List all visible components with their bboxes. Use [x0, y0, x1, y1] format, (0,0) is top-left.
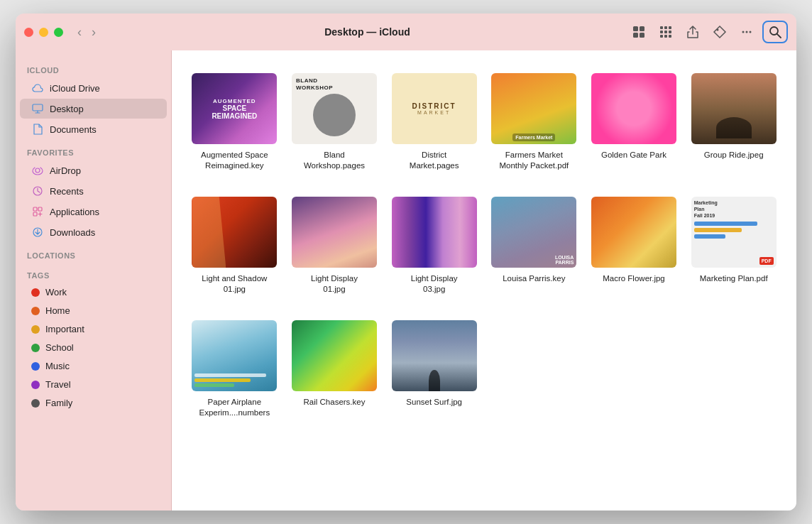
search-button[interactable]	[762, 21, 788, 43]
airdrop-label: AirDrop	[50, 165, 81, 176]
tag-icon	[713, 25, 727, 39]
file-item[interactable]: AUGMENTEDSPACEREIMAGINEDAugmented SpaceR…	[189, 67, 280, 177]
view-toggle-button[interactable]	[627, 22, 650, 42]
file-item[interactable]: Light Display03.jpg	[388, 191, 480, 300]
svg-point-20	[35, 168, 40, 173]
file-name: BlandWorkshop.pages	[304, 150, 365, 171]
file-item[interactable]: Golden Gate Park	[588, 67, 680, 177]
tag-dot	[31, 307, 40, 315]
sidebar-item-applications[interactable]: Applications	[20, 202, 167, 222]
sidebar-item-desktop[interactable]: Desktop	[20, 99, 167, 119]
airdrop-icon	[31, 164, 44, 177]
apps-icon	[659, 25, 673, 39]
file-item[interactable]: Macro Flower.jpg	[588, 191, 680, 300]
svg-rect-23	[38, 207, 42, 211]
fullscreen-button[interactable]	[54, 28, 63, 37]
file-thumbnail	[392, 197, 477, 268]
sidebar-item-documents[interactable]: Documents	[20, 119, 167, 139]
file-name: Light and Shadow01.jpg	[202, 273, 267, 295]
tag-button[interactable]	[708, 22, 731, 42]
tag-label: Travel	[45, 379, 71, 390]
file-item[interactable]: Paper AirplaneExperim....numbers	[189, 315, 280, 424]
svg-point-15	[746, 31, 748, 33]
file-item[interactable]: LOUISAPARRISLouisa Parris.key	[488, 191, 580, 300]
file-thumbnail	[392, 320, 477, 391]
desktop-label: Desktop	[50, 104, 84, 114]
sidebar-item-tag-music[interactable]: Music	[20, 357, 167, 375]
sidebar-item-downloads[interactable]: Downloads	[20, 222, 167, 242]
minimize-button[interactable]	[39, 28, 48, 37]
file-item[interactable]: Rail Chasers.key	[289, 315, 380, 424]
nav-buttons: ‹ ›	[75, 24, 99, 40]
svg-point-13	[717, 29, 719, 31]
tag-dot	[31, 362, 40, 371]
file-item[interactable]: Light Display01.jpg	[289, 191, 380, 300]
file-item[interactable]: Sunset Surf.jpg	[388, 315, 480, 424]
traffic-lights	[24, 28, 63, 37]
back-button[interactable]: ‹	[75, 24, 84, 40]
finder-window: ‹ › Desktop — iCloud	[16, 13, 796, 511]
file-thumbnail: Farmers Market	[491, 73, 576, 144]
more-icon	[740, 25, 754, 39]
file-item[interactable]: DISTRICTMARKETDistrictMarket.pages	[388, 67, 480, 177]
file-item[interactable]: BLANDWORKSHOPBlandWorkshop.pages	[289, 67, 380, 177]
tag-label: Family	[45, 398, 72, 408]
apps-button[interactable]	[654, 22, 677, 42]
forward-button[interactable]: ›	[89, 24, 99, 40]
toolbar-right	[627, 21, 788, 43]
sidebar-item-icloud-drive[interactable]: iCloud Drive	[20, 78, 167, 98]
file-name: Paper AirplaneExperim....numbers	[199, 397, 270, 418]
svg-rect-5	[664, 26, 667, 29]
tag-dot	[31, 399, 40, 408]
sidebar-item-tag-travel[interactable]: Travel	[20, 376, 167, 393]
grid-view-icon	[632, 25, 646, 39]
file-name: Rail Chasers.key	[304, 397, 366, 408]
downloads-icon	[31, 226, 44, 239]
icloud-section-header: iCloud	[16, 58, 171, 77]
file-thumbnail	[192, 320, 277, 391]
file-name: Golden Gate Park	[601, 150, 666, 160]
titlebar: ‹ › Desktop — iCloud	[16, 13, 796, 50]
applications-label: Applications	[50, 207, 99, 217]
locations-section-header: Locations	[16, 243, 171, 263]
file-thumbnail	[591, 73, 676, 144]
sidebar-item-recents[interactable]: Recents	[20, 181, 167, 201]
tag-label: Music	[45, 361, 70, 371]
file-name: DistrictMarket.pages	[410, 150, 459, 171]
file-thumbnail	[292, 320, 377, 391]
more-button[interactable]	[735, 22, 758, 42]
svg-rect-0	[633, 26, 638, 31]
file-item[interactable]: MarketingPlanFall 2019 PDF Marketing Pla…	[688, 191, 779, 300]
file-thumbnail: LOUISAPARRIS	[491, 197, 576, 268]
file-name: Macro Flower.jpg	[603, 273, 665, 284]
downloads-label: Downloads	[50, 227, 95, 238]
sidebar: iCloud iCloud Drive	[16, 50, 172, 511]
sidebar-item-tag-home[interactable]: Home	[20, 302, 167, 320]
sidebar-item-tag-family[interactable]: Family	[20, 394, 167, 412]
file-name: Sunset Surf.jpg	[406, 397, 462, 408]
sidebar-item-tag-important[interactable]: Important	[20, 320, 167, 338]
tag-label: Work	[45, 287, 67, 298]
file-thumbnail	[591, 197, 676, 268]
svg-rect-11	[664, 35, 667, 38]
file-name: Louisa Parris.key	[503, 273, 565, 284]
svg-rect-24	[33, 212, 37, 216]
file-name: Marketing Plan.pdf	[700, 273, 768, 284]
sidebar-item-airdrop[interactable]: AirDrop	[20, 160, 167, 180]
sidebar-item-tag-school[interactable]: School	[20, 339, 167, 356]
svg-rect-6	[669, 26, 671, 29]
file-grid: AUGMENTEDSPACEREIMAGINEDAugmented SpaceR…	[189, 67, 779, 424]
file-item[interactable]: Light and Shadow01.jpg	[189, 191, 280, 300]
close-button[interactable]	[24, 28, 33, 37]
file-name: Farmers MarketMonthly Packet.pdf	[499, 150, 569, 171]
share-button[interactable]	[681, 22, 704, 42]
file-item[interactable]: Farmers MarketFarmers MarketMonthly Pack…	[488, 67, 580, 177]
file-thumbnail: AUGMENTEDSPACEREIMAGINED	[192, 73, 277, 144]
icloud-drive-icon	[31, 82, 44, 94]
tags-section-header: Tags	[16, 263, 171, 283]
file-item[interactable]: Group Ride.jpeg	[688, 67, 779, 177]
file-name: Augmented SpaceReimagined.key	[201, 150, 268, 171]
sidebar-item-tag-work[interactable]: Work	[20, 283, 167, 301]
applications-icon	[31, 205, 44, 218]
file-thumbnail	[192, 197, 277, 268]
